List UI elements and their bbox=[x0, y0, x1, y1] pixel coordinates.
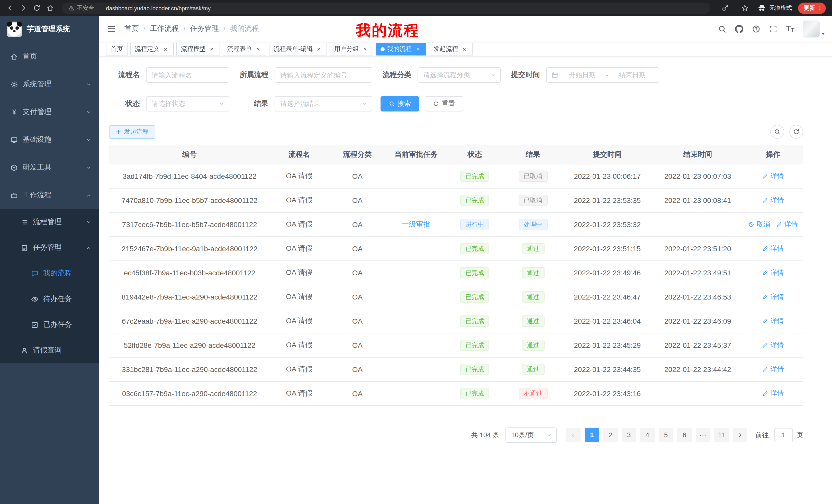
font-size-button[interactable]: TT bbox=[786, 25, 795, 33]
submit-time-range-picker[interactable]: 开始日期 - 结束日期 bbox=[546, 67, 659, 83]
breadcrumb-item[interactable]: 任务管理 bbox=[190, 24, 230, 33]
breadcrumb-item[interactable]: 首页 bbox=[125, 24, 150, 33]
detail-link[interactable]: 详情 bbox=[776, 220, 798, 229]
status-select[interactable]: 请选择状态 bbox=[146, 96, 229, 111]
header-search-button[interactable] bbox=[718, 24, 727, 33]
user-menu[interactable] bbox=[803, 20, 826, 37]
sidebar-item-home[interactable]: 首页 bbox=[0, 43, 99, 71]
search-button[interactable]: 搜索 bbox=[381, 96, 419, 111]
close-icon[interactable]: × bbox=[414, 46, 422, 53]
address-bar[interactable]: 不安全 dashboard.yudao.iocoder.cn/bpm/task/… bbox=[62, 2, 710, 13]
security-status[interactable]: 不安全 bbox=[68, 4, 94, 12]
close-icon[interactable]: × bbox=[461, 46, 468, 53]
more-pages-button[interactable]: ··· bbox=[696, 428, 710, 442]
browser-home-button[interactable] bbox=[43, 1, 57, 15]
tab-process-definition[interactable]: 流程定义× bbox=[130, 43, 174, 55]
close-icon[interactable]: × bbox=[162, 46, 169, 53]
start-date-placeholder[interactable]: 开始日期 bbox=[561, 71, 604, 80]
gear-icon bbox=[10, 80, 18, 88]
detail-link[interactable]: 详情 bbox=[762, 268, 784, 277]
github-button[interactable] bbox=[735, 24, 744, 33]
sidebar-item-process-management[interactable]: 流程管理 bbox=[0, 209, 99, 235]
tab-my-process[interactable]: 我的流程× bbox=[376, 43, 426, 55]
detail-link[interactable]: 详情 bbox=[762, 244, 784, 253]
detail-link[interactable]: 详情 bbox=[762, 171, 784, 180]
browser-reload-button[interactable] bbox=[30, 1, 43, 15]
bookmark-star-button[interactable] bbox=[738, 1, 751, 15]
breadcrumb-item[interactable]: 工作流程 bbox=[150, 24, 190, 33]
result-select[interactable]: 请选择流结果 bbox=[275, 96, 372, 111]
close-icon[interactable]: × bbox=[362, 46, 369, 53]
end-date-placeholder[interactable]: 结束日期 bbox=[610, 71, 654, 80]
close-icon[interactable]: × bbox=[208, 46, 215, 53]
process-id-cell: 67c2eaab-7b9a-11ec-a290-acde48001122 bbox=[109, 309, 270, 333]
page-3-button[interactable]: 3 bbox=[622, 428, 636, 442]
sidebar-toggle-button[interactable] bbox=[107, 24, 116, 33]
status-tag: 已完成 bbox=[461, 388, 489, 399]
status-label: 状态 bbox=[109, 99, 146, 108]
page-11-button[interactable]: 11 bbox=[714, 428, 729, 442]
browser-back-button[interactable] bbox=[3, 1, 17, 15]
sidebar-item-payment[interactable]: 支付管理 bbox=[0, 98, 99, 126]
tab-start-process[interactable]: 发起流程× bbox=[429, 43, 473, 55]
sidebar-item-system[interactable]: 系统管理 bbox=[0, 71, 99, 98]
sidebar-item-leave-query[interactable]: 请假查询 bbox=[0, 338, 99, 363]
next-page-button[interactable] bbox=[733, 428, 747, 442]
tab-process-form[interactable]: 流程表单× bbox=[223, 43, 266, 55]
submit-time-cell: 2022-01-23 00:06:17 bbox=[562, 164, 653, 188]
toggle-search-button[interactable] bbox=[770, 125, 784, 139]
page-5-button[interactable]: 5 bbox=[659, 428, 673, 442]
process-id-cell: 52ffd28e-7b9a-11ec-a290-acde48001122 bbox=[109, 333, 270, 357]
sidebar-item-workflow[interactable]: 工作流程 bbox=[0, 181, 99, 209]
reset-icon bbox=[433, 101, 439, 107]
page-size-select[interactable]: 10条/页 bbox=[505, 427, 557, 443]
browser-update-button[interactable]: 更新 bbox=[798, 2, 826, 13]
detail-link[interactable]: 详情 bbox=[762, 292, 784, 301]
prev-page-button[interactable] bbox=[566, 428, 580, 442]
avatar[interactable] bbox=[803, 20, 820, 37]
start-process-button[interactable]: 发起流程 bbox=[109, 125, 155, 138]
yen-icon bbox=[10, 108, 18, 116]
table-tools bbox=[765, 125, 803, 139]
detail-link[interactable]: 详情 bbox=[762, 389, 784, 398]
detail-link[interactable]: 详情 bbox=[762, 340, 784, 349]
current-task-cell bbox=[386, 357, 446, 381]
chat-icon bbox=[31, 270, 38, 277]
process-name-cell: OA 请假 bbox=[270, 333, 328, 357]
process-name-input[interactable] bbox=[146, 67, 229, 83]
process-definition-input[interactable] bbox=[275, 67, 372, 83]
refresh-table-button[interactable] bbox=[789, 125, 803, 139]
detail-link[interactable]: 详情 bbox=[762, 365, 784, 374]
close-icon[interactable]: × bbox=[315, 46, 322, 53]
browser-forward-button[interactable] bbox=[17, 1, 30, 15]
fullscreen-button[interactable] bbox=[769, 24, 778, 33]
help-button[interactable] bbox=[752, 24, 761, 33]
sidebar-item-infrastructure[interactable]: 基础设施 bbox=[0, 126, 99, 153]
sidebar-item-task-management[interactable]: 任务管理 bbox=[0, 235, 99, 260]
cancel-link[interactable]: 取消 bbox=[749, 220, 770, 229]
goto-page-input[interactable] bbox=[774, 428, 793, 442]
page-1-button[interactable]: 1 bbox=[585, 428, 599, 442]
sidebar-item-devtools[interactable]: 研发工具 bbox=[0, 153, 99, 181]
close-icon[interactable]: × bbox=[255, 46, 262, 53]
page-4-button[interactable]: 4 bbox=[640, 428, 655, 442]
tab-home[interactable]: 首页 bbox=[106, 43, 128, 55]
sidebar-item-my-process[interactable]: 我的流程 bbox=[0, 260, 99, 286]
current-task-link[interactable]: 一级审批 bbox=[401, 220, 431, 228]
sidebar-item-label: 我的流程 bbox=[43, 269, 72, 278]
tab-process-form-edit[interactable]: 流程表单-编辑× bbox=[269, 43, 327, 55]
detail-link[interactable]: 详情 bbox=[762, 195, 784, 205]
tab-process-model[interactable]: 流程模型× bbox=[176, 43, 220, 55]
detail-link[interactable]: 详情 bbox=[762, 316, 784, 326]
sidebar-item-done-tasks[interactable]: 已办任务 bbox=[0, 312, 99, 338]
reset-button[interactable]: 重置 bbox=[425, 96, 463, 111]
navbar-actions: TT bbox=[718, 20, 832, 37]
page-6-button[interactable]: 6 bbox=[677, 428, 692, 442]
tab-user-group[interactable]: 用户分组× bbox=[330, 43, 373, 55]
sidebar-item-todo-tasks[interactable]: 待办任务 bbox=[0, 286, 99, 312]
page-2-button[interactable]: 2 bbox=[603, 428, 618, 442]
password-key-button[interactable] bbox=[718, 1, 732, 15]
category-select[interactable]: 请选择流程分类 bbox=[418, 67, 501, 83]
status-cell: 已完成 bbox=[446, 357, 504, 381]
navbar: 首页工作流程任务管理我的流程 我的流程 TT bbox=[99, 16, 832, 41]
